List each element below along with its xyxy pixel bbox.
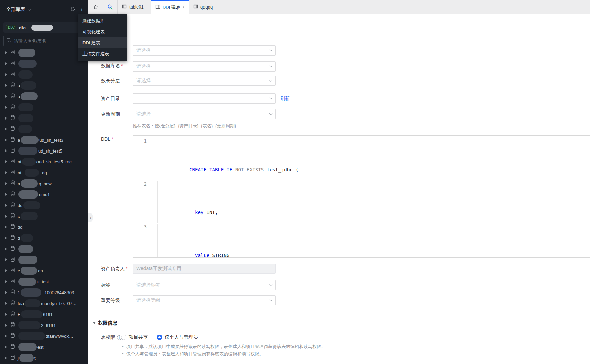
tree-item[interactable]: a q_new xyxy=(0,178,88,189)
tree-item[interactable]: a ud_sh_test3 xyxy=(0,134,88,145)
sidebar-title: 全部库表 xyxy=(6,6,25,13)
refresh-icon[interactable] xyxy=(70,6,75,13)
tree-item[interactable] xyxy=(0,254,88,265)
tree-item[interactable]: dc xyxy=(0,200,88,211)
expand-caret-icon[interactable] xyxy=(5,160,7,163)
menu-item[interactable]: DDL建表 xyxy=(78,37,127,48)
tree-item[interactable]: at oud_sh_test5_mc xyxy=(0,156,88,167)
expand-caret-icon[interactable] xyxy=(5,84,7,87)
refresh-link[interactable]: 刷新 xyxy=(280,96,290,102)
expand-caret-icon[interactable] xyxy=(5,62,7,65)
tree-item[interactable]: dq xyxy=(0,222,88,233)
menu-item[interactable]: 可视化建表 xyxy=(78,27,127,37)
tree-item[interactable]: ud_sh_test5 xyxy=(0,145,88,156)
home-button[interactable] xyxy=(88,0,103,14)
database-select[interactable]: 请选择 xyxy=(133,61,276,72)
redaction-blob xyxy=(18,256,37,264)
expand-caret-icon[interactable] xyxy=(5,313,7,316)
tree-item[interactable]: emo1 xyxy=(0,189,88,200)
catalog-select[interactable] xyxy=(133,93,276,104)
tab[interactable]: qqqqq xyxy=(189,0,220,14)
tree-item[interactable] xyxy=(0,47,88,58)
expand-caret-icon[interactable] xyxy=(5,182,7,185)
tree-item[interactable]: fea mandyu_tzk_07… xyxy=(0,298,88,309)
radio-icon[interactable] xyxy=(157,335,162,340)
expand-caret-icon[interactable] xyxy=(5,149,7,152)
tree-item[interactable]: u_test xyxy=(0,276,88,287)
code-line: 2 key INT, xyxy=(133,180,590,223)
tree-item[interactable]: est xyxy=(0,342,88,352)
expand-caret-icon[interactable] xyxy=(5,117,7,120)
permission-radio-option[interactable]: 仅个人与管理员 xyxy=(157,334,198,341)
expand-caret-icon[interactable] xyxy=(5,280,7,283)
menu-item[interactable]: 新建数据库 xyxy=(78,16,127,27)
tree-item[interactable]: dfaewfwvdx… xyxy=(0,331,88,342)
expand-caret-icon[interactable] xyxy=(5,346,7,348)
library-scope-dropdown[interactable]: 全部库表 xyxy=(6,6,30,13)
ddl-code-editor[interactable]: 1 CREATE TABLE IF NOT EXISTS test_jdbc (… xyxy=(133,135,590,258)
expand-caret-icon[interactable] xyxy=(5,237,7,239)
code-text: value STRING xyxy=(155,246,229,258)
cycle-select[interactable]: 请选择 xyxy=(133,109,276,119)
tree-item[interactable] xyxy=(0,58,88,69)
expand-caret-icon[interactable] xyxy=(5,335,7,337)
expand-caret-icon[interactable] xyxy=(5,291,7,294)
chevron-down-icon xyxy=(269,96,273,100)
code-token: INT, xyxy=(203,210,218,215)
expand-caret-icon[interactable] xyxy=(5,139,7,141)
datasource-item[interactable]: DLC dlc_ xyxy=(3,22,85,33)
expand-caret-icon[interactable] xyxy=(5,302,7,305)
tree-item[interactable] xyxy=(0,243,88,254)
tree-item[interactable]: c xyxy=(0,211,88,222)
section-divider xyxy=(88,317,590,317)
tree-item[interactable]: a xyxy=(0,91,88,102)
tab[interactable]: table01 xyxy=(118,0,151,14)
expand-caret-icon[interactable] xyxy=(5,269,7,272)
permissions-section-header[interactable]: 权限信息 xyxy=(93,320,117,326)
tree-item[interactable] xyxy=(0,124,88,134)
tag-select[interactable]: 请选择标签 xyxy=(133,280,276,290)
tab[interactable]: DDL建表 ● xyxy=(151,0,189,14)
sidebar-actions: + xyxy=(70,6,84,13)
sidebar-search-input[interactable] xyxy=(14,38,82,44)
tree-item[interactable]: 2_6191 xyxy=(0,320,88,331)
expand-caret-icon[interactable] xyxy=(5,193,7,196)
tabs: table01 DDL建表 ● qqqqq xyxy=(118,0,220,14)
expand-caret-icon[interactable] xyxy=(5,51,7,54)
expand-caret-icon[interactable] xyxy=(5,73,7,76)
tree-item[interactable] xyxy=(0,69,88,80)
tree-item[interactable]: 1 _100028448903 xyxy=(0,287,88,298)
tree-item[interactable]: d xyxy=(0,233,88,243)
tree-item[interactable]: at_ _dq xyxy=(0,167,88,178)
plus-icon[interactable]: + xyxy=(80,7,84,13)
tree-item[interactable]: a xyxy=(0,80,88,91)
expand-caret-icon[interactable] xyxy=(5,204,7,207)
level-select[interactable]: 请选择等级 xyxy=(133,295,276,305)
tree-item[interactable]: F 6191 xyxy=(0,309,88,320)
expand-caret-icon[interactable] xyxy=(5,171,7,174)
owner-input[interactable]: Wedata开发测试专用 xyxy=(133,264,276,274)
menu-item[interactable]: 上传文件建表 xyxy=(78,48,127,59)
expand-caret-icon[interactable] xyxy=(5,324,7,327)
tree-item[interactable] xyxy=(0,113,88,124)
expand-caret-icon[interactable] xyxy=(5,258,7,261)
tree-item[interactable]: e en xyxy=(0,265,88,276)
connection-select[interactable]: 请选择 xyxy=(133,45,276,56)
expand-caret-icon[interactable] xyxy=(5,106,7,109)
expand-caret-icon[interactable] xyxy=(5,248,7,250)
sidebar-collapse-handle[interactable]: ‹ xyxy=(88,213,93,222)
expand-caret-icon[interactable] xyxy=(5,95,7,98)
search-button[interactable] xyxy=(103,0,118,14)
layer-select[interactable]: 请选择 xyxy=(133,76,276,86)
tree-item[interactable] xyxy=(0,102,88,113)
permission-radio-option[interactable]: 项目共享 xyxy=(121,334,148,341)
radio-icon[interactable] xyxy=(121,335,126,340)
expand-caret-icon[interactable] xyxy=(5,215,7,218)
redaction-blob xyxy=(31,25,53,31)
tree-item[interactable]: j t xyxy=(0,352,88,363)
expand-caret-icon[interactable] xyxy=(5,128,7,130)
expand-caret-icon[interactable] xyxy=(5,357,7,359)
expand-caret-icon[interactable] xyxy=(5,226,7,228)
code-text: CREATE TABLE IF NOT EXISTS test_jdbc ( xyxy=(155,160,298,172)
tree-item-label: en xyxy=(38,268,43,273)
